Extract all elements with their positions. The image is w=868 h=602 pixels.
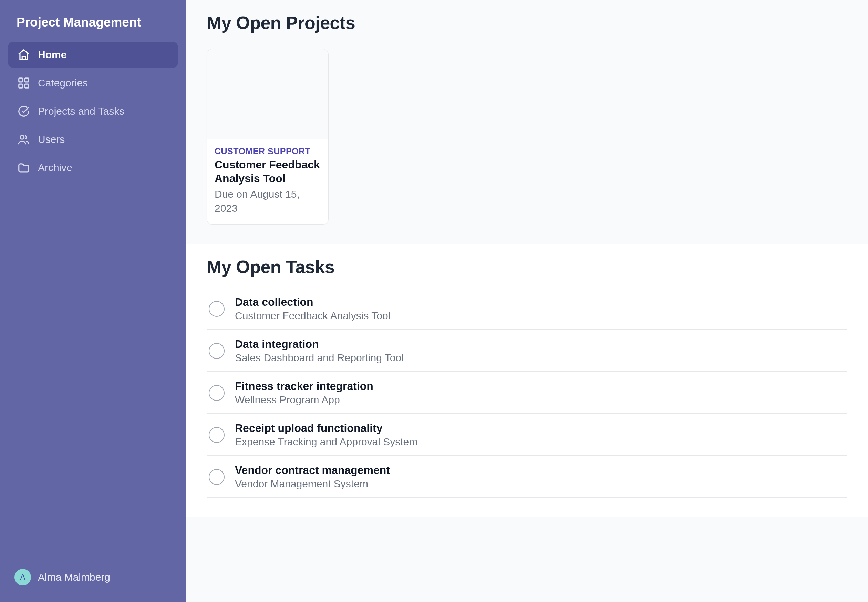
task-title: Fitness tracker integration xyxy=(235,380,373,393)
task-title: Data collection xyxy=(235,296,390,309)
task-complete-toggle[interactable] xyxy=(209,469,224,485)
task-title: Vendor contract management xyxy=(235,464,390,477)
nav-item-users[interactable]: Users xyxy=(8,127,178,152)
open-tasks-title: My Open Tasks xyxy=(207,256,847,277)
svg-rect-3 xyxy=(25,84,29,88)
task-row[interactable]: Fitness tracker integration Wellness Pro… xyxy=(207,372,847,414)
project-category: CUSTOMER SUPPORT xyxy=(215,146,321,157)
user-name: Alma Malmberg xyxy=(38,571,110,583)
project-name: Customer Feedback Analysis Tool xyxy=(215,158,321,185)
folder-icon xyxy=(17,161,30,174)
users-icon xyxy=(17,133,30,146)
check-circle-icon xyxy=(17,105,30,118)
nav-item-home[interactable]: Home xyxy=(8,42,178,68)
task-complete-toggle[interactable] xyxy=(209,301,224,317)
task-row[interactable]: Data collection Customer Feedback Analys… xyxy=(207,293,847,330)
nav-label: Categories xyxy=(38,77,88,89)
nav-item-projects-tasks[interactable]: Projects and Tasks xyxy=(8,98,178,124)
main-content: My Open Projects CUSTOMER SUPPORT Custom… xyxy=(186,0,868,602)
nav-label: Archive xyxy=(38,162,72,174)
open-projects-section: My Open Projects CUSTOMER SUPPORT Custom… xyxy=(186,0,868,244)
task-title: Data integration xyxy=(235,338,404,350)
task-project: Vendor Management System xyxy=(235,478,390,490)
task-project: Sales Dashboard and Reporting Tool xyxy=(235,352,404,364)
nav-label: Home xyxy=(38,49,66,61)
nav-label: Projects and Tasks xyxy=(38,105,124,117)
app-title: Project Management xyxy=(8,15,178,42)
sidebar-user[interactable]: A Alma Malmberg xyxy=(8,565,178,590)
task-complete-toggle[interactable] xyxy=(209,427,224,443)
task-list: Data collection Customer Feedback Analys… xyxy=(207,293,847,498)
svg-rect-1 xyxy=(25,78,29,82)
grid-icon xyxy=(17,77,30,89)
task-complete-toggle[interactable] xyxy=(209,385,224,401)
task-row[interactable]: Data integration Sales Dashboard and Rep… xyxy=(207,330,847,372)
svg-point-4 xyxy=(20,135,24,139)
task-project: Wellness Program App xyxy=(235,394,373,406)
project-thumbnail xyxy=(207,49,328,140)
svg-rect-2 xyxy=(19,84,23,88)
task-row[interactable]: Vendor contract management Vendor Manage… xyxy=(207,456,847,498)
nav-list: Home Categories Projects and Tasks Users… xyxy=(8,42,178,183)
sidebar: Project Management Home Categories Proje… xyxy=(0,0,186,602)
project-due-date: Due on August 15, 2023 xyxy=(215,187,321,215)
nav-item-categories[interactable]: Categories xyxy=(8,70,178,96)
avatar: A xyxy=(14,569,31,585)
task-row[interactable]: Receipt upload functionality Expense Tra… xyxy=(207,414,847,456)
open-projects-title: My Open Projects xyxy=(207,12,847,33)
task-project: Expense Tracking and Approval System xyxy=(235,436,418,448)
open-tasks-section: My Open Tasks Data collection Customer F… xyxy=(186,244,868,517)
nav-label: Users xyxy=(38,134,65,145)
nav-item-archive[interactable]: Archive xyxy=(8,155,178,180)
home-icon xyxy=(17,48,30,61)
svg-rect-0 xyxy=(19,78,23,82)
project-card[interactable]: CUSTOMER SUPPORT Customer Feedback Analy… xyxy=(207,49,329,224)
task-project: Customer Feedback Analysis Tool xyxy=(235,310,390,322)
task-complete-toggle[interactable] xyxy=(209,343,224,359)
task-title: Receipt upload functionality xyxy=(235,422,418,435)
